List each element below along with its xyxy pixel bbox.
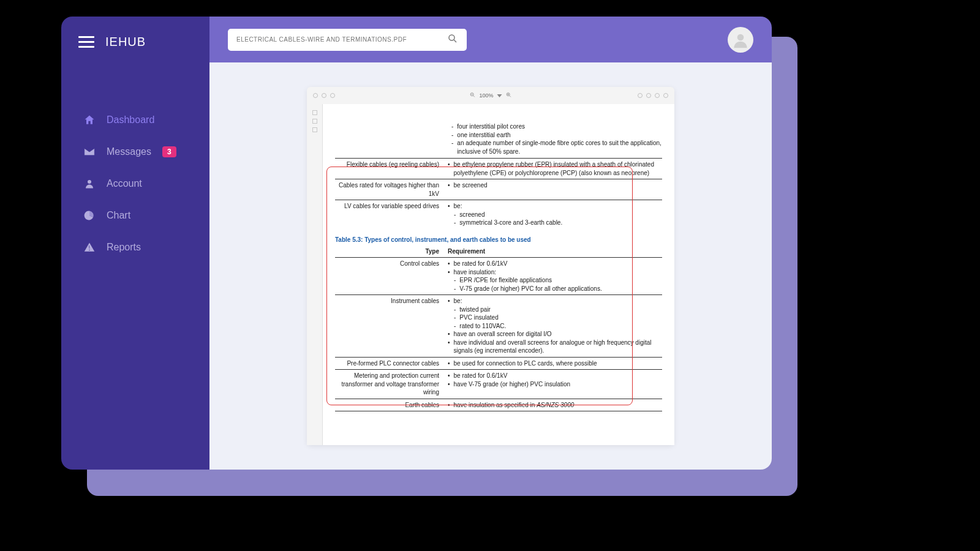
table-row: Earth cables•have insulation as specifie… — [335, 399, 662, 411]
table-header: TypeRequirement — [335, 246, 662, 258]
warning-icon — [83, 241, 96, 253]
nav-label: Messages — [107, 146, 151, 157]
table-row — [335, 411, 662, 412]
app-window: IEHUB Dashboard Messages 3 Account — [61, 17, 772, 470]
gutter-marker[interactable] — [312, 127, 317, 132]
nav-account[interactable]: Account — [61, 168, 209, 200]
doc-bullet-item: •have V-75 grade (or higher) PVC insulat… — [448, 380, 660, 389]
zoom-out-icon[interactable] — [469, 92, 475, 99]
avatar[interactable] — [728, 27, 753, 53]
table-row: Instrument cables•be:-twisted pair-PVC i… — [335, 295, 662, 358]
search-box[interactable] — [228, 29, 467, 51]
table-row: LV cables for variable speed drives•be:-… — [335, 200, 662, 229]
hamburger-icon[interactable] — [78, 36, 94, 48]
table-row: Flexible cables (eg reeling cables)•be e… — [335, 159, 662, 179]
doc-table-title: Table 5.3: Types of control, instrument,… — [335, 236, 662, 243]
table-row: Control cables•be rated for 0.6/1kV•have… — [335, 258, 662, 295]
nav-label: Chart — [107, 210, 130, 221]
user-icon — [83, 178, 96, 190]
sidebar: IEHUB Dashboard Messages 3 Account — [61, 17, 209, 470]
zoom-control: 100% — [469, 92, 511, 99]
toolbar-dot[interactable] — [663, 93, 668, 98]
svg-point-0 — [88, 180, 91, 184]
window-dot[interactable] — [322, 93, 326, 98]
doc-table-1: Flexible cables (eg reeling cables)•be e… — [335, 158, 662, 229]
doc-dash-item: -rated to 110VAC. — [454, 322, 660, 331]
window-dot[interactable] — [313, 93, 318, 98]
logo-row: IEHUB — [61, 35, 209, 49]
gutter-marker[interactable] — [312, 110, 317, 115]
table-row: Pre-formed PLC connector cables•be used … — [335, 357, 662, 370]
nav-dashboard[interactable]: Dashboard — [61, 104, 209, 136]
window-dot[interactable] — [330, 93, 335, 98]
doc-bullet-item: •be rated for 0.6/1kV — [448, 372, 660, 380]
doc-bullet-item: •have an overall screen for digital I/O — [448, 330, 660, 339]
gutter-marker[interactable] — [312, 119, 317, 124]
doc-bullet-item: •be used for connection to PLC cards, wh… — [448, 359, 660, 368]
nav: Dashboard Messages 3 Account Chart — [61, 104, 209, 263]
doc-bullet-item: •have insulation: — [448, 268, 660, 277]
zoom-in-icon[interactable] — [506, 92, 512, 99]
svg-point-1 — [449, 35, 454, 40]
toolbar-dot[interactable] — [638, 93, 643, 98]
doc-dash-item: -PVC insulated — [454, 313, 660, 322]
nav-messages[interactable]: Messages 3 — [61, 136, 209, 168]
doc-dash-item: -EPR /CPE for flexible applications — [454, 276, 660, 285]
toolbar-right-dots — [638, 93, 668, 98]
nav-reports[interactable]: Reports — [61, 231, 209, 263]
doc-page: -four interstitial pilot cores-one inter… — [323, 104, 674, 445]
topbar — [209, 17, 772, 62]
home-icon — [83, 114, 96, 126]
content: 100% — [209, 62, 772, 470]
nav-label: Reports — [107, 242, 141, 253]
doc-dash-item: -symmetrical 3-core and 3-earth cable. — [454, 219, 660, 227]
zoom-value: 100% — [479, 92, 493, 99]
zoom-dropdown-icon[interactable] — [497, 94, 502, 97]
doc-dash-item: -twisted pair — [454, 305, 660, 314]
doc-bullet-item: •have individual and overall screens for… — [448, 339, 660, 355]
doc-dash-item: -an adequate number of single-mode fibre… — [451, 139, 662, 156]
doc-top-bullets: -four interstitial pilot cores-one inter… — [451, 122, 662, 156]
doc-bullet-item: •be: — [448, 297, 660, 305]
doc-bullet-item: •be: — [448, 202, 660, 211]
table-row: Cables rated for voltages higher than 1k… — [335, 179, 662, 200]
toolbar-dot[interactable] — [655, 93, 660, 98]
nav-chart[interactable]: Chart — [61, 200, 209, 231]
document-viewer: 100% — [307, 87, 674, 445]
mail-icon — [83, 146, 96, 158]
doc-dash-item: -four interstitial pilot cores — [451, 122, 662, 131]
doc-bullet-item: •be screened — [448, 181, 660, 190]
doc-gutter — [307, 104, 323, 445]
doc-bullet-item: •have insulation as specified in AS/NZS … — [448, 401, 660, 410]
table-row: Metering and protection current transfor… — [335, 370, 662, 399]
app-name: IEHUB — [105, 35, 146, 49]
main-area: 100% — [209, 17, 772, 470]
doc-body: -four interstitial pilot cores-one inter… — [307, 104, 674, 445]
search-input[interactable] — [236, 36, 447, 43]
doc-table-2: TypeRequirementControl cables•be rated f… — [335, 246, 662, 412]
doc-dash-item: -screened — [454, 211, 660, 219]
nav-label: Account — [107, 178, 142, 189]
doc-bullet-item: •be rated for 0.6/1kV — [448, 260, 660, 268]
doc-toolbar: 100% — [307, 87, 674, 104]
doc-bullet-item: •be ethylene propylene rubber (EPR) insu… — [448, 160, 660, 177]
doc-dash-item: -V-75 grade (or higher) PVC for all othe… — [454, 285, 660, 293]
doc-dash-item: -one interstitial earth — [451, 131, 662, 140]
nav-label: Dashboard — [107, 114, 154, 126]
svg-point-2 — [737, 34, 744, 40]
toolbar-dot[interactable] — [646, 93, 651, 98]
messages-badge: 3 — [162, 146, 176, 157]
search-icon[interactable] — [447, 33, 458, 47]
pie-chart-icon — [83, 209, 96, 222]
